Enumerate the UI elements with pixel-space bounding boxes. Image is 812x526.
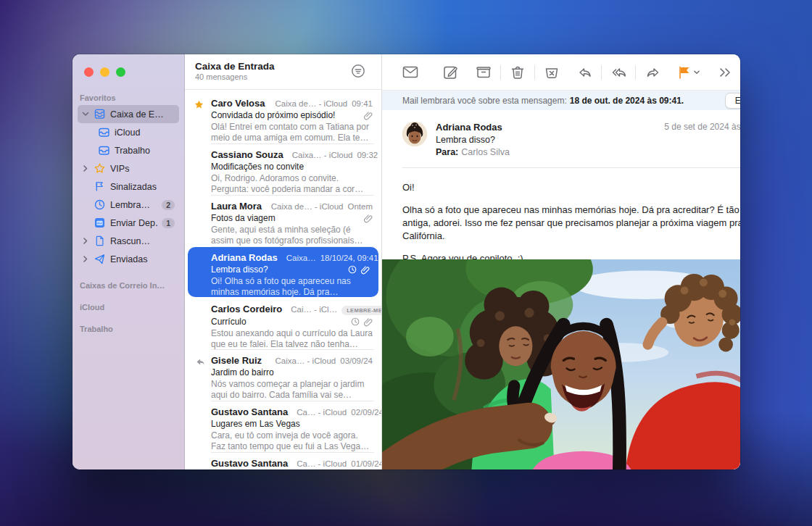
sender: Carlos Cordeiro	[211, 304, 282, 314]
header-fields: Adriana Rodas Lembra disso? Para:Carlos …	[436, 122, 664, 168]
trabalho-section-header[interactable]: Trabalho	[72, 312, 184, 333]
paperplane-icon	[94, 254, 106, 264]
sidebar-item-label: Rascun…	[110, 236, 175, 246]
get-mail-icon[interactable]	[394, 62, 427, 83]
paperclip-icon	[364, 111, 373, 120]
message-date: 5 de set de 2024 às 19:42	[664, 122, 740, 132]
from-name: Adriana Rodas	[436, 122, 664, 133]
time: 02/09/24	[351, 408, 381, 417]
chevron-right-icon[interactable]	[82, 256, 89, 262]
mail-window: Favoritos Caixa de E… iCloud Trabalho VI…	[72, 54, 740, 469]
header-meta: 5 de set de 2024 às 19:42	[664, 122, 740, 168]
message-row[interactable]: Caro VelosaCaixa de… - iCloud09:41 Convi…	[185, 93, 381, 144]
time: 03/09/24	[340, 356, 373, 365]
sidebar: Favoritos Caixa de E… iCloud Trabalho VI…	[72, 54, 185, 469]
chevron-down-icon[interactable]	[82, 111, 89, 117]
message-row[interactable]: Gustavo SantanaCa… - iCloud01/09/24	[185, 453, 381, 469]
junk-icon[interactable]	[535, 62, 568, 83]
to-line: Para:Carlos Silva	[436, 147, 664, 157]
sidebar-item-label: Enviar Dep…	[110, 218, 157, 228]
sidebar-item-label: Trabalho	[115, 146, 175, 156]
message-row[interactable]: Gisele RuizCaixa… - iCloud03/09/24 Jardi…	[185, 350, 381, 401]
message-row[interactable]: Gustavo SantanaCa… - iCloud02/09/24 Luga…	[185, 401, 381, 453]
mailbox-label: Ca… - iCloud	[297, 408, 347, 417]
unread-badge: 2	[162, 200, 175, 210]
sidebar-item-icloud-inbox[interactable]: iCloud	[78, 123, 179, 141]
edit-reminder-button[interactable]: Editar	[725, 93, 740, 109]
time: 09:32	[357, 151, 378, 159]
sidebar-item-label: Caixa de E…	[110, 109, 175, 120]
icloud-section-header[interactable]: iCloud	[72, 290, 184, 312]
sidebar-item-label: Enviadas	[110, 254, 175, 264]
zoom-window-button[interactable]	[116, 67, 125, 77]
paperclip-icon	[364, 317, 373, 327]
to-recipient[interactable]: Carlos Silva	[461, 147, 510, 157]
reply-icon[interactable]	[568, 62, 601, 83]
sidebar-item-trabalho-inbox[interactable]: Trabalho	[78, 141, 179, 159]
message-list-pane: Caixa de Entrada 40 mensagens Caro Velos…	[185, 54, 382, 469]
preview: Gente, aqui está a minha seleção (é assi…	[211, 225, 373, 246]
chevron-right-icon[interactable]	[82, 165, 89, 172]
compose-icon[interactable]	[434, 62, 467, 83]
reply-all-icon[interactable]	[602, 62, 635, 83]
chevron-down-icon[interactable]	[693, 70, 703, 75]
sidebar-item-enviar-depois[interactable]: Enviar Dep… 1	[78, 214, 179, 232]
clock-icon	[94, 199, 106, 210]
sender: Caro Velosa	[211, 98, 265, 109]
sidebar-item-enviadas[interactable]: Enviadas	[78, 250, 179, 268]
preview: Estou anexando aqui o currículo da Laura…	[211, 328, 373, 350]
sidebar-item-lembretes[interactable]: Lembra… 2	[78, 196, 179, 214]
body-paragraph: Olha só a foto que apareceu nas minhas m…	[402, 204, 740, 243]
smart-mailboxes-header[interactable]: Caixas de Correio In…	[72, 268, 184, 290]
window-controls	[84, 67, 125, 77]
preview: Cara, eu tô com inveja de você agora. Fa…	[211, 430, 373, 452]
message-row[interactable]: Cassiano SouzaCaixa… - iCloud09:32 Modif…	[185, 144, 381, 196]
send-later-icon	[94, 217, 106, 228]
filter-icon[interactable]	[351, 64, 365, 81]
reminder-banner: Mail lembrará você sobre esta mensagem: …	[382, 91, 740, 110]
forward-icon[interactable]	[636, 62, 668, 83]
mailbox-label: Caixa de… - iCloud	[276, 99, 348, 108]
sidebar-item-rascunhos[interactable]: Rascun…	[78, 232, 179, 250]
archive-icon[interactable]	[467, 62, 500, 83]
mailbox-label: Cai… - iCl…	[291, 305, 337, 314]
toolbar	[382, 54, 740, 91]
time: 18/10/24, 09:41	[320, 254, 378, 262]
mailbox-label: Caixa… - iCloud	[276, 356, 336, 365]
sender: Cassiano Souza	[211, 149, 283, 160]
star-icon	[194, 99, 204, 112]
mailbox-label: Caixa… - iCloud	[292, 151, 353, 159]
message-content-pane: Mail lembrará você sobre esta mensagem: …	[382, 54, 740, 469]
flag-icon	[94, 181, 106, 192]
mailbox-label: Caixa de… - iCloud	[271, 202, 344, 211]
message-rows: Caro VelosaCaixa de… - iCloud09:41 Convi…	[185, 90, 381, 469]
selfie-photo-illustration	[382, 259, 740, 469]
minimize-window-button[interactable]	[100, 67, 109, 77]
to-label: Para:	[436, 147, 458, 157]
search-icon[interactable]	[740, 62, 740, 83]
mailbox-title: Caixa de Entrada	[195, 61, 371, 72]
sidebar-item-inbox[interactable]: Caixa de E…	[78, 105, 179, 123]
star-icon	[94, 163, 106, 174]
message-row[interactable]: Carlos CordeiroCai… - iCl…LEMBRE-ME Curr…	[185, 299, 381, 350]
inbox-icon	[98, 145, 110, 156]
avatar[interactable]	[402, 122, 427, 146]
sidebar-item-vips[interactable]: VIPs	[78, 159, 179, 178]
chevron-right-icon[interactable]	[82, 238, 89, 244]
more-chevrons-icon[interactable]	[710, 62, 740, 83]
close-window-button[interactable]	[84, 67, 94, 77]
sidebar-item-label: VIPs	[110, 164, 175, 174]
message-row-selected[interactable]: Adriana RodasCaixa…18/10/24, 09:41 Lembr…	[188, 247, 378, 297]
remind-me-badge: LEMBRE-ME	[341, 306, 381, 315]
sender: Adriana Rodas	[211, 252, 278, 263]
flag-icon[interactable]	[668, 62, 693, 83]
replied-arrow-icon	[194, 356, 204, 370]
paperclip-icon[interactable]	[664, 136, 740, 146]
message-row[interactable]: Laura MoraCaixa de… - iCloudOntem Fotos …	[185, 196, 381, 247]
preview: Nós vamos começar a planejar o jardim aq…	[211, 379, 373, 401]
sender: Gustavo Santana	[211, 458, 288, 469]
trash-icon[interactable]	[501, 62, 534, 83]
subject: Modificações no convite	[211, 162, 373, 172]
sidebar-item-sinalizadas[interactable]: Sinalizadas	[78, 178, 179, 196]
attachment-photo[interactable]	[382, 259, 740, 469]
